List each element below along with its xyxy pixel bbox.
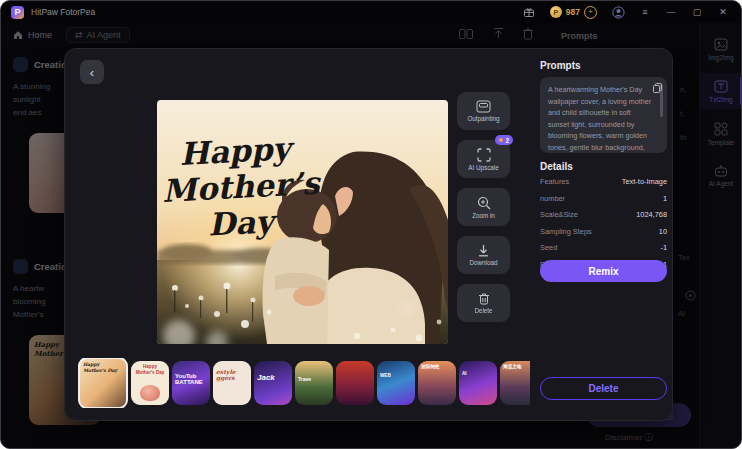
thumbnail-mothers-day-illustration[interactable]: Happy Mother's Day bbox=[131, 361, 169, 405]
detail-row: FeaturesText-to-Image bbox=[540, 177, 667, 186]
image-detail-modal: ‹ bbox=[64, 48, 673, 421]
thumbnail-lifestyle[interactable]: estyle ggers bbox=[213, 361, 251, 405]
minimize-button[interactable]: — bbox=[665, 7, 677, 17]
thumbnail-text: Jack bbox=[254, 361, 278, 384]
gift-icon[interactable] bbox=[522, 5, 536, 19]
image-title-line1: Happy bbox=[179, 130, 296, 172]
outpainting-icon bbox=[476, 100, 491, 113]
ai-upscale-button[interactable]: 2 AI Upscale bbox=[457, 140, 510, 178]
app-title: HitPaw FotorPea bbox=[31, 7, 95, 17]
download-button[interactable]: Download bbox=[457, 236, 510, 274]
menu-icon[interactable]: ≡ bbox=[639, 7, 651, 17]
thumbnail-text: 海流之地 bbox=[500, 361, 524, 373]
outpainting-button[interactable]: Outpainting bbox=[457, 92, 510, 130]
ai-upscale-icon bbox=[477, 148, 491, 162]
detail-row: Scale&Size1024,768 bbox=[540, 210, 667, 219]
upscale-cost-badge: 2 bbox=[495, 135, 513, 145]
thumbnail-text bbox=[336, 361, 342, 367]
credits-count: 987 bbox=[566, 7, 580, 17]
thumbnail-text: estyle ggers bbox=[213, 361, 251, 383]
action-label: Download bbox=[469, 259, 497, 266]
detail-label: Features bbox=[540, 177, 569, 186]
thumbnail-text: Happy Mother's Day bbox=[131, 361, 169, 378]
thumbnail-ai-cyborg[interactable]: AI bbox=[459, 361, 497, 405]
thumbnail-text: 波阳特绝 bbox=[418, 361, 442, 373]
delete-icon bbox=[478, 292, 490, 305]
detail-value: 10 bbox=[659, 227, 667, 236]
action-label: Outpainting bbox=[467, 115, 499, 122]
thumbnail-jack-neon[interactable]: Jack bbox=[254, 361, 292, 405]
image-actions: Outpainting 2 AI Upscale Zoom in Downloa… bbox=[457, 92, 510, 322]
thumbnail-sunset-coast[interactable]: 波阳特绝 bbox=[418, 361, 456, 405]
detail-row: Seed-1 bbox=[540, 243, 667, 252]
thumbnail-text: YouTub BATTANE bbox=[172, 361, 210, 388]
thumbnail-text: AI bbox=[459, 361, 470, 380]
thumbnail-red-city[interactable] bbox=[336, 361, 374, 405]
details-heading: Details bbox=[540, 161, 573, 172]
detail-row: number1 bbox=[540, 194, 667, 203]
credits-pill[interactable]: P 987 + bbox=[550, 6, 597, 19]
thumbnail-sea-land[interactable]: 海流之地 bbox=[500, 361, 530, 405]
action-label: Zoom in bbox=[472, 212, 495, 219]
detail-value: Text-to-Image bbox=[622, 177, 667, 186]
generated-image[interactable]: Happy Mother’s Day bbox=[157, 100, 448, 344]
modal-delete-button[interactable]: Delete bbox=[540, 377, 667, 400]
download-icon bbox=[477, 244, 490, 257]
prompts-heading: Prompts bbox=[540, 60, 581, 71]
add-credits-icon[interactable]: + bbox=[584, 6, 597, 19]
image-title-line3: Day bbox=[207, 203, 279, 243]
thumbnail-youtube-neon[interactable]: YouTub BATTANE bbox=[172, 361, 210, 405]
thumbnail-text: Trave bbox=[295, 361, 314, 386]
zoom-in-button[interactable]: Zoom in bbox=[457, 188, 510, 226]
action-label: AI Upscale bbox=[468, 164, 498, 171]
close-button[interactable]: ✕ bbox=[717, 7, 729, 17]
action-label: Delete bbox=[474, 307, 492, 314]
thumbnail-text: Happy Mother's Day bbox=[80, 359, 126, 376]
coin-icon: P bbox=[550, 6, 562, 18]
detail-label: Sampling Steps bbox=[540, 227, 592, 236]
detail-value: 1024,768 bbox=[636, 210, 667, 219]
prompt-box[interactable]: A heartwarming Mother's Day wallpaper co… bbox=[540, 77, 667, 153]
back-button[interactable]: ‹ bbox=[80, 60, 104, 84]
account-icon[interactable] bbox=[611, 5, 625, 19]
copy-icon[interactable] bbox=[653, 83, 662, 93]
delete-button[interactable]: Delete bbox=[457, 284, 510, 322]
zoom-in-icon bbox=[477, 196, 491, 210]
detail-value: 1 bbox=[663, 194, 667, 203]
remix-button[interactable]: Remix bbox=[540, 260, 667, 282]
thumbnail-strip: Happy Mother's Day Happy Mother's Day Yo… bbox=[78, 358, 530, 408]
detail-label: Seed bbox=[540, 243, 557, 252]
maximize-button[interactable]: ▢ bbox=[691, 7, 703, 17]
detail-value: -1 bbox=[660, 243, 667, 252]
titlebar: P HitPaw FotorPea P 987 + ≡ — ▢ ✕ bbox=[1, 1, 741, 23]
prompt-text: A heartwarming Mother's Day wallpaper co… bbox=[548, 84, 653, 153]
app-logo: P bbox=[11, 6, 24, 19]
app-window: P HitPaw FotorPea P 987 + ≡ — ▢ ✕ Home bbox=[0, 0, 742, 449]
detail-row: Sampling Steps10 bbox=[540, 227, 667, 236]
thumbnail-cyborg-web[interactable]: WEB bbox=[377, 361, 415, 405]
thumbnail-travel[interactable]: Trave bbox=[295, 361, 333, 405]
detail-label: number bbox=[540, 194, 565, 203]
detail-label: Scale&Size bbox=[540, 210, 578, 219]
thumbnail-text: WEB bbox=[377, 361, 394, 382]
thumbnail-mothers-day-photo[interactable]: Happy Mother's Day bbox=[78, 358, 128, 408]
